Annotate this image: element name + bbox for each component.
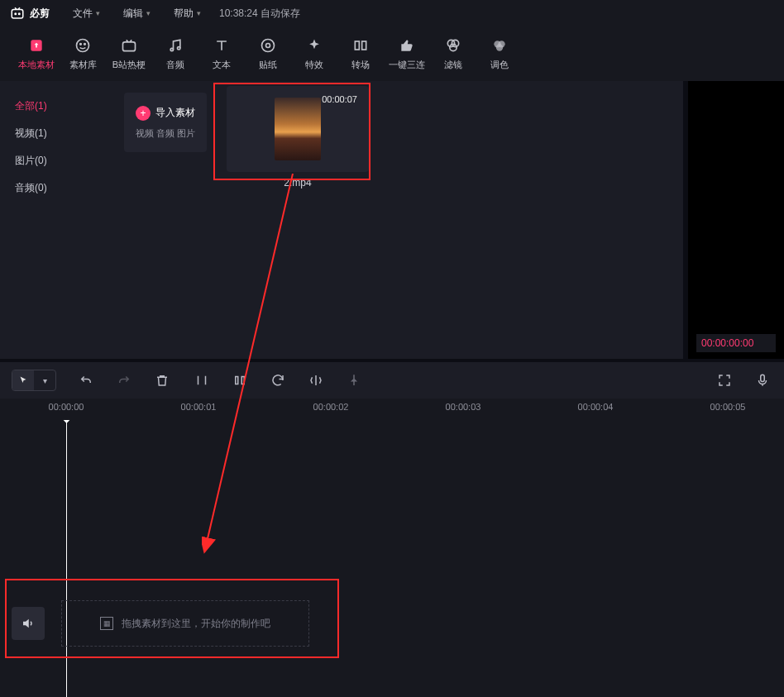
pin-button[interactable]: [344, 370, 364, 390]
asset-clip[interactable]: 00:00:07: [227, 86, 369, 172]
music-icon: [166, 36, 184, 55]
svg-point-8: [170, 48, 173, 50]
ruler-label: 00:00:03: [446, 402, 481, 412]
category-tabstrip: 本地素材 素材库 B站热梗 音频 文本 贴纸 特效 转场 一键三连 滤镜 调色: [0, 26, 784, 81]
svg-rect-12: [355, 41, 359, 50]
sidebar-item-image[interactable]: 图片(0): [0, 147, 98, 174]
delete-button[interactable]: [152, 370, 172, 390]
tab-label: 贴纸: [259, 59, 277, 71]
ruler-label: 00:00:05: [710, 402, 746, 412]
timeline-dropzone[interactable]: ▦ 拖拽素材到这里，开始你的制作吧: [61, 600, 309, 647]
chevron-down-icon: ▾: [96, 9, 100, 17]
svg-point-1: [15, 13, 17, 15]
tab-label: 文本: [213, 59, 231, 71]
thumbs-up-icon: [398, 36, 416, 55]
pointer-icon: [12, 370, 34, 391]
track-row: ▦ 拖拽素材到这里，开始你的制作吧: [12, 594, 309, 653]
tab-label: 素材库: [69, 59, 97, 71]
tab-text[interactable]: 文本: [198, 36, 245, 71]
clip-filename: 2.mp4: [227, 177, 369, 189]
menubar: 必剪 文件 ▾ 编辑 ▾ 帮助 ▾ 10:38:24 自动保存: [0, 0, 784, 26]
svg-point-5: [80, 44, 82, 45]
sticker-icon: [259, 36, 277, 55]
fullscreen-button[interactable]: [715, 370, 734, 390]
chevron-down-icon: ▾: [146, 9, 151, 17]
tab-label: 本地素材: [18, 59, 55, 71]
svg-rect-22: [761, 375, 765, 381]
tab-filters[interactable]: 滤镜: [430, 36, 476, 71]
svg-rect-20: [236, 377, 238, 384]
cut-button[interactable]: [230, 370, 250, 390]
svg-point-16: [450, 44, 457, 50]
sidebar-item-video[interactable]: 视频(1): [0, 120, 98, 147]
chevron-down-icon: ▾: [34, 370, 55, 391]
tab-color[interactable]: 调色: [476, 36, 523, 71]
svg-point-4: [77, 40, 89, 52]
autosave-status: 10:38:24 自动保存: [219, 7, 300, 21]
tab-stickers[interactable]: 贴纸: [245, 36, 291, 71]
dropzone-label: 拖拽素材到这里，开始你的制作吧: [122, 617, 270, 631]
timeline-body[interactable]: ▦ 拖拽素材到这里，开始你的制作吧: [0, 420, 784, 697]
timeline-ruler[interactable]: 00:00:00 00:00:01 00:00:02 00:00:03 00:0…: [0, 399, 784, 420]
tab-label: 音频: [166, 59, 184, 71]
speaker-icon: [21, 616, 36, 631]
menu-file-label: 文件: [73, 7, 93, 21]
tv-icon: [120, 36, 138, 55]
svg-point-6: [84, 44, 86, 45]
ruler-label: 00:00:00: [49, 402, 84, 412]
split-button[interactable]: [192, 370, 212, 390]
tab-triple[interactable]: 一键三连: [384, 36, 430, 71]
track-mute-button[interactable]: [12, 607, 45, 640]
menu-help[interactable]: 帮助 ▾: [174, 7, 201, 21]
mic-button[interactable]: [753, 370, 772, 390]
color-icon: [490, 36, 509, 55]
tab-label: 特效: [305, 59, 323, 71]
mirror-button[interactable]: [306, 370, 326, 390]
rotate-button[interactable]: [268, 370, 288, 390]
clip-thumbnail: [275, 98, 321, 160]
svg-rect-21: [241, 377, 244, 384]
svg-point-11: [266, 44, 270, 48]
app-name: 必剪: [30, 7, 50, 21]
svg-point-19: [496, 44, 503, 50]
main-body: 全部(1) 视频(1) 图片(0) 音频(0) + 导入素材 视频 音频 图片 …: [0, 81, 784, 359]
plus-icon: +: [136, 106, 151, 121]
tab-bilibili-memes[interactable]: B站热梗: [106, 36, 152, 71]
ruler-label: 00:00:04: [578, 402, 614, 412]
clip-duration: 00:00:07: [322, 94, 357, 104]
text-icon: [213, 36, 231, 55]
sparkle-icon: [305, 36, 323, 55]
tab-label: 滤镜: [444, 59, 462, 71]
timeline-toolbar: ▾: [0, 362, 784, 399]
tab-effects[interactable]: 特效: [291, 36, 337, 71]
svg-rect-13: [362, 41, 366, 50]
tab-label: 转场: [351, 59, 370, 71]
redo-button[interactable]: [114, 370, 134, 390]
tab-library[interactable]: 素材库: [60, 36, 106, 71]
svg-rect-0: [12, 10, 23, 19]
svg-rect-7: [123, 42, 136, 51]
asset-area: + 导入素材 视频 音频 图片 00:00:07 2.mp4: [98, 81, 683, 359]
tab-transitions[interactable]: 转场: [337, 36, 384, 71]
film-icon: ▦: [100, 617, 113, 630]
menu-file[interactable]: 文件 ▾: [73, 7, 100, 21]
sidebar-item-all[interactable]: 全部(1): [0, 93, 98, 120]
filter-icon: [444, 36, 462, 55]
cursor-mode-switch[interactable]: ▾: [12, 370, 56, 391]
tab-audio[interactable]: 音频: [152, 36, 198, 71]
chevron-down-icon: ▾: [197, 9, 201, 17]
undo-button[interactable]: [76, 370, 96, 390]
tab-label: 调色: [490, 59, 509, 71]
asset-sidebar: 全部(1) 视频(1) 图片(0) 音频(0): [0, 81, 98, 359]
ruler-label: 00:00:01: [181, 402, 217, 412]
menu-edit[interactable]: 编辑 ▾: [123, 7, 151, 21]
playhead[interactable]: [66, 420, 67, 697]
smile-icon: [74, 36, 92, 55]
sidebar-item-audio[interactable]: 音频(0): [0, 174, 98, 202]
svg-point-2: [19, 13, 21, 15]
svg-point-10: [262, 40, 275, 52]
menu-help-label: 帮助: [174, 7, 194, 21]
tab-local-assets[interactable]: 本地素材: [13, 36, 60, 71]
import-assets-button[interactable]: + 导入素材 视频 音频 图片: [124, 93, 207, 152]
tab-label: 一键三连: [389, 59, 425, 71]
